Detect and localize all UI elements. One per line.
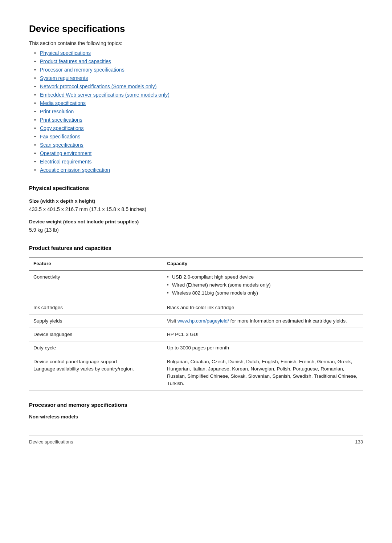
feature-panel: Device control panel language supportLan… [29, 355, 163, 390]
features-section: Product features and capacities Feature … [29, 244, 363, 391]
intro-text: This section contains the following topi… [29, 40, 363, 47]
table-row: Device languages HP PCL 3 GUI [29, 328, 363, 341]
toc-item-processor[interactable]: Processor and memory specifications [40, 66, 363, 74]
features-table: Feature Capacity Connectivity USB 2.0-co… [29, 257, 363, 391]
toc-item-scan[interactable]: Scan specifications [40, 141, 363, 149]
size-value: 433.5 x 401.5 x 216.7 mm (17.1 x 15.8 x … [29, 206, 363, 213]
toc-item-print-spec[interactable]: Print specifications [40, 116, 363, 124]
weight-value: 5.9 kg (13 lb) [29, 226, 363, 234]
toc-link-print-spec[interactable]: Print specifications [40, 117, 82, 123]
feature-connectivity: Connectivity [29, 270, 163, 301]
toc-link-operating[interactable]: Operating environment [40, 150, 91, 156]
toc-item-electrical[interactable]: Electrical requirements [40, 158, 363, 166]
table-row: Connectivity USB 2.0-compliant high spee… [29, 270, 363, 301]
table-row: Supply yields Visit www.hp.com/pageyield… [29, 314, 363, 328]
toc-item-print-res[interactable]: Print resolution [40, 108, 363, 116]
page-title: Device specifications [29, 22, 363, 36]
physical-heading: Physical specifications [29, 184, 363, 193]
toc-item-system[interactable]: System requirements [40, 74, 363, 82]
physical-section: Physical specifications Size (width x de… [29, 184, 363, 234]
toc-link-physical[interactable]: Physical specifications [40, 50, 91, 56]
toc-link-electrical[interactable]: Electrical requirements [40, 159, 91, 165]
feature-duty: Duty cycle [29, 341, 163, 355]
toc-item-operating[interactable]: Operating environment [40, 150, 363, 157]
capacity-connectivity: USB 2.0-compliant high speed device Wire… [163, 270, 363, 301]
capacity-duty: Up to 3000 pages per month [163, 341, 363, 355]
toc-link-copy[interactable]: Copy specifications [40, 125, 84, 131]
processor-subheading: Non-wireless models [29, 413, 363, 421]
table-header-feature: Feature [29, 257, 163, 270]
toc-link-processor[interactable]: Processor and memory specifications [40, 67, 124, 73]
size-label: Size (width x depth x height) [29, 198, 363, 205]
toc-link-print-res[interactable]: Print resolution [40, 109, 74, 114]
list-item: Wired (Ethernet) network (some models on… [167, 281, 359, 289]
capacity-languages: HP PCL 3 GUI [163, 328, 363, 341]
toc-item-features[interactable]: Product features and capacities [40, 58, 363, 65]
list-item: Wireless 802.11b/g (some models only) [167, 289, 359, 297]
footer-left: Device specifications [29, 438, 73, 446]
table-header-capacity: Capacity [163, 257, 363, 270]
table-row: Duty cycle Up to 3000 pages per month [29, 341, 363, 355]
footer-right: 133 [355, 438, 363, 446]
capacity-supply: Visit www.hp.com/pageyield/ for more inf… [163, 314, 363, 328]
toc-item-acoustic[interactable]: Acoustic emission specification [40, 166, 363, 174]
toc-link-features[interactable]: Product features and capacities [40, 58, 111, 64]
toc-link-network[interactable]: Network protocol specifications (Some mo… [40, 84, 156, 89]
toc-item-network[interactable]: Network protocol specifications (Some mo… [40, 83, 363, 90]
feature-ink: Ink cartridges [29, 301, 163, 314]
processor-heading: Processor and memory specifications [29, 401, 363, 409]
toc-link-media[interactable]: Media specifications [40, 100, 86, 106]
capacity-panel: Bulgarian, Croatian, Czech, Danish, Dutc… [163, 355, 363, 390]
features-heading: Product features and capacities [29, 244, 363, 252]
toc-link-acoustic[interactable]: Acoustic emission specification [40, 167, 110, 173]
table-row: Ink cartridges Black and tri-color ink c… [29, 301, 363, 314]
toc-item-copy[interactable]: Copy specifications [40, 125, 363, 132]
toc-link-ews[interactable]: Embedded Web server specifications (some… [40, 92, 170, 98]
weight-label: Device weight (does not include print su… [29, 218, 363, 226]
toc-item-media[interactable]: Media specifications [40, 100, 363, 107]
toc-list: Physical specifications Product features… [29, 49, 363, 174]
feature-supply: Supply yields [29, 314, 163, 328]
toc-link-system[interactable]: System requirements [40, 75, 88, 81]
toc-item-physical[interactable]: Physical specifications [40, 49, 363, 57]
toc-link-fax[interactable]: Fax specifications [40, 134, 80, 139]
page-footer: Device specifications 133 [29, 435, 363, 446]
feature-languages: Device languages [29, 328, 163, 341]
list-item: USB 2.0-compliant high speed device [167, 273, 359, 281]
toc-item-fax[interactable]: Fax specifications [40, 133, 363, 141]
supply-yields-link[interactable]: www.hp.com/pageyield/ [177, 318, 229, 324]
toc-item-ews[interactable]: Embedded Web server specifications (some… [40, 91, 363, 99]
processor-section: Processor and memory specifications Non-… [29, 401, 363, 421]
toc-link-scan[interactable]: Scan specifications [40, 142, 83, 148]
capacity-ink: Black and tri-color ink cartridge [163, 301, 363, 314]
table-row: Device control panel language supportLan… [29, 355, 363, 390]
